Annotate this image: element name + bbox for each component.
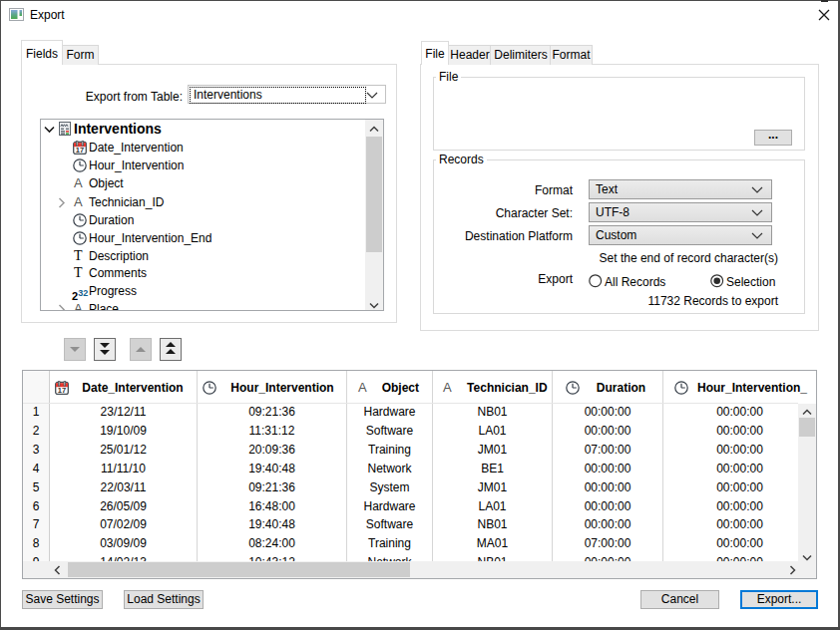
svg-text:17: 17 bbox=[76, 146, 84, 155]
svg-text:17: 17 bbox=[58, 386, 66, 395]
